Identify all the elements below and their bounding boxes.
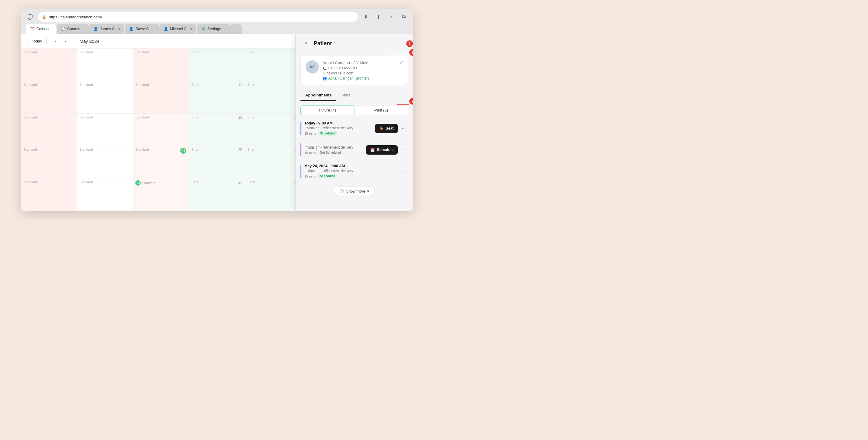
share-btn[interactable]: ⬆ xyxy=(374,13,383,21)
cal-cell[interactable]: Short 19 xyxy=(245,114,301,146)
chevron-down-icon: ▾ xyxy=(367,189,369,193)
annotation-line-2 xyxy=(397,104,409,104)
cal-cell[interactable]: Short 11 xyxy=(189,81,245,114)
patient-relation-link[interactable]: 👥 Adrian Carrigan (Brother) xyxy=(322,76,403,81)
cal-cell[interactable]: Standard xyxy=(77,146,133,179)
appt-item-2: Invisalign - refinement delivery 15 mins… xyxy=(301,139,408,160)
browser-window: 🔒 https://calendar.greyfinch.com/ ⬇ ⬆ + … xyxy=(21,9,413,211)
tab-appointments[interactable]: Appointments xyxy=(301,90,336,101)
cal-cell[interactable]: Standard xyxy=(77,179,133,211)
download-btn[interactable]: ⬇ xyxy=(362,13,370,21)
cal-cell[interactable]: Short 5 xyxy=(245,49,301,81)
url-text: https://calendar.greyfinch.com/ xyxy=(49,15,102,19)
cal-cell[interactable]: Short 18 xyxy=(189,114,245,146)
tab-michael-label: Michael C. xyxy=(170,27,188,31)
browser-tabs: 📅 Calendar 💬 Comms × 👤 James C. × 👤 Stev… xyxy=(26,24,408,34)
cal-cell[interactable]: Standard xyxy=(77,81,133,114)
appt-mins-1: 15 mins xyxy=(304,132,316,135)
calendar-tab-icon: 📅 xyxy=(30,27,35,31)
appt-toggle-wrapper: Future (4) Past (6) 2 xyxy=(296,101,413,118)
status-badge-2: Not Scheduled xyxy=(318,150,343,155)
appt-procedure-1: Invisalign - refinement delivery xyxy=(304,126,372,130)
tab-settings[interactable]: ⚙️ Settings × xyxy=(197,24,230,34)
cal-cell[interactable]: Standard xyxy=(133,114,189,146)
tab-james[interactable]: 👤 James C. × xyxy=(89,24,124,34)
cal-cell[interactable]: Standard xyxy=(21,114,77,146)
tab-settings-label: Settings xyxy=(207,27,221,31)
comms-tab-close[interactable]: × xyxy=(83,27,84,31)
cal-cell[interactable]: Standard xyxy=(21,81,77,114)
appt-more-btn-1[interactable]: ··· xyxy=(400,124,408,133)
appt-toggle: Future (4) Past (6) xyxy=(301,105,408,115)
browser-chrome: 🔒 https://calendar.greyfinch.com/ ⬇ ⬆ + … xyxy=(21,9,413,34)
michael-tab-close[interactable]: × xyxy=(190,27,192,31)
patient-email: ✉ hello@hello.com xyxy=(322,71,403,75)
tab-comms[interactable]: 💬 Comms × xyxy=(57,24,89,34)
cal-cell[interactable]: Short 12 xyxy=(245,81,301,114)
appt-actions-1: 🪑 Seat ··· xyxy=(375,124,408,133)
appt-bar-3 xyxy=(301,164,301,178)
windows-btn[interactable]: ⧉ xyxy=(400,13,408,21)
cal-cell[interactable]: Short 26 xyxy=(245,179,301,211)
show-more-button[interactable]: 🕐 Show more ▾ xyxy=(334,187,375,196)
cal-cell[interactable]: Standard xyxy=(21,49,77,81)
cal-cell[interactable]: Standard 24 xyxy=(133,146,189,179)
cal-cell[interactable]: Short 25 xyxy=(189,146,245,179)
appt-meta-3: 15 mins Scheduled xyxy=(304,174,397,179)
panel-title: Patient xyxy=(314,40,332,47)
prev-month-btn[interactable]: ‹ xyxy=(52,37,60,45)
new-tab-btn[interactable]: + xyxy=(387,13,396,21)
next-month-btn[interactable]: › xyxy=(61,37,70,45)
future-btn[interactable]: Future (4) xyxy=(301,105,354,115)
james-tab-close[interactable]: × xyxy=(118,27,120,31)
tab-michael[interactable]: 👤 Michael C. × xyxy=(159,24,196,34)
tab-calendar-label: Calendar xyxy=(36,27,52,31)
past-btn[interactable]: Past (6) xyxy=(354,105,408,115)
annotation-1: 1 xyxy=(409,49,413,56)
settings-tab-close[interactable]: × xyxy=(223,27,225,31)
appt-procedure-2: Invisalign - refinement delivery xyxy=(304,145,363,150)
address-bar[interactable]: 🔒 https://calendar.greyfinch.com/ xyxy=(38,12,358,22)
email-icon: ✉ xyxy=(322,72,325,75)
cal-cell[interactable]: Standard xyxy=(77,114,133,146)
patient-card: AC Arnold Carrigan · 38, Male 📞 +011 123… xyxy=(301,56,408,85)
appt-item-1: Today · 9:00 AM Invisalign - refinement … xyxy=(301,118,408,139)
cal-cell[interactable]: Standard xyxy=(21,146,77,179)
appt-actions-3: ··· xyxy=(400,167,408,176)
cal-cell[interactable]: Short 25 xyxy=(189,179,245,211)
nav-arrows: ‹ › xyxy=(52,37,70,45)
cal-cell[interactable]: Standard xyxy=(21,179,77,211)
tab-steve[interactable]: 👤 Steve G. × xyxy=(125,24,158,34)
panel-close-btn[interactable]: × xyxy=(302,39,310,48)
cal-cell[interactable]: 24 Standard xyxy=(133,179,189,211)
annotation-2: 2 xyxy=(409,98,413,104)
shield-icon xyxy=(26,13,34,21)
today-button[interactable]: Today xyxy=(27,37,47,45)
close-icon: × xyxy=(304,40,308,47)
appt-mins-3: 15 mins xyxy=(304,175,316,178)
cal-cell[interactable]: Standard xyxy=(133,81,189,114)
appt-more-btn-3[interactable]: ··· xyxy=(400,167,408,176)
appt-mins-2: 15 mins xyxy=(304,151,316,155)
external-link-icon[interactable]: ⤢ xyxy=(400,60,404,65)
tab-more[interactable]: ... xyxy=(230,24,242,34)
cal-cell[interactable]: Standard xyxy=(77,49,133,81)
steve-tab-close[interactable]: × xyxy=(153,27,154,31)
tab-steve-label: Steve G. xyxy=(135,27,150,31)
cal-cell[interactable]: Short 26 xyxy=(245,146,301,179)
appt-more-btn-2[interactable]: ··· xyxy=(400,146,408,154)
appt-item-3: May 24, 2024 · 9:00 AM Invisalign - refi… xyxy=(301,160,408,182)
cal-cell[interactable]: Short xyxy=(189,49,245,81)
michael-tab-icon: 👤 xyxy=(164,27,168,31)
appt-date-1: Today · 9:00 AM xyxy=(304,121,372,125)
tab-calendar[interactable]: 📅 Calendar xyxy=(26,24,56,34)
app-content: Today ‹ › May 2024 ⚙ Settings Standard S… xyxy=(21,34,413,211)
annotation-line-1 xyxy=(391,54,409,54)
appt-info-2: Invisalign - refinement delivery 15 mins… xyxy=(304,145,363,155)
schedule-button[interactable]: 📅 Schedule xyxy=(366,145,398,155)
seat-icon: 🪑 xyxy=(379,126,384,131)
seat-button[interactable]: 🪑 Seat xyxy=(375,124,398,133)
show-more-row: 🕐 Show more ▾ xyxy=(296,182,413,200)
cal-cell[interactable]: Standard xyxy=(133,49,189,81)
tab-stats[interactable]: Stats xyxy=(336,90,355,101)
